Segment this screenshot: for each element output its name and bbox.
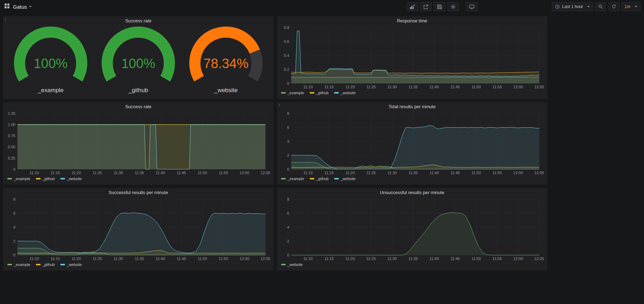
svg-text:12:05: 12:05 [261,171,270,175]
refresh-button[interactable] [608,2,620,11]
chart-unsuccessful-results[interactable]: 11:1011:1511:2011:2511:3011:3511:4011:45… [277,197,547,261]
legend-item[interactable]: _example [281,177,304,181]
chart-svg[interactable]: 11:1011:1511:2011:2511:3011:3511:4011:45… [279,25,545,90]
svg-text:11:40: 11:40 [156,171,165,175]
panel-title[interactable]: Successful results per minute [3,188,273,197]
svg-text:11:25: 11:25 [366,85,376,89]
share-button[interactable] [420,2,432,11]
svg-text:11:30: 11:30 [387,257,397,261]
svg-text:11:10: 11:10 [303,257,313,261]
tv-mode-button[interactable] [466,2,478,11]
gauge-label: _website [214,87,237,94]
svg-text:11:55: 11:55 [492,171,502,175]
svg-text:11:40: 11:40 [156,257,165,261]
refresh-interval-button[interactable]: 1m [621,2,641,11]
zoom-out-button[interactable] [595,2,606,11]
chart-success-rate[interactable]: 11:1011:1511:2011:2511:3011:3511:4011:45… [3,111,273,176]
svg-text:11:30: 11:30 [387,85,397,89]
legend-item[interactable]: _example [281,91,304,95]
add-panel-icon [410,4,415,9]
panel-response-time: Response time 11:1011:1511:2011:2511:301… [277,16,548,99]
refresh-icon [612,4,616,9]
legend-swatch [60,264,65,265]
navbar: Gatus Last 1 hour 1m [0,0,644,13]
svg-text:12:00: 12:00 [513,85,523,89]
gauge-value: 78.34% [204,56,249,71]
legend-item[interactable]: _example [7,177,30,181]
chart-response-time[interactable]: 11:1011:1511:2011:2511:3011:3511:4011:45… [277,25,547,90]
panel-title[interactable]: Success rate [3,102,273,111]
chart-total-results[interactable]: 11:1011:1511:2011:2511:3011:3511:4011:45… [277,111,547,176]
legend-item[interactable]: _github [310,177,329,181]
legend-swatch [60,178,65,179]
chart-svg[interactable]: 11:1011:1511:2011:2511:3011:3511:4011:45… [279,111,545,176]
legend-item[interactable]: _github [310,91,329,95]
svg-text:12:00: 12:00 [513,257,523,261]
save-icon [437,4,442,9]
legend-item[interactable]: _website [60,177,82,181]
legend-item[interactable]: _website [334,91,356,95]
svg-text:11:20: 11:20 [345,171,355,175]
svg-text:11:35: 11:35 [409,85,418,89]
legend-item[interactable]: _github [36,177,55,181]
svg-text:11:35: 11:35 [409,171,418,175]
info-icon[interactable]: i [5,17,6,21]
gauge-value: 100% [34,56,67,71]
info-icon[interactable]: i [279,103,280,107]
panel-title[interactable]: Success rate [3,16,273,25]
gauge: 100%_github [98,26,178,94]
chart-svg[interactable]: 11:1011:1511:2011:2511:3011:3511:4011:45… [6,197,271,261]
svg-text:11:15: 11:15 [324,85,334,89]
svg-text:11:55: 11:55 [219,257,228,261]
svg-text:11:30: 11:30 [114,171,123,175]
settings-button[interactable] [447,2,459,11]
dashboard-header: Gatus [4,3,32,10]
panel-success-rate-ts: Success rate 11:1011:1511:2011:2511:3011… [3,102,274,185]
caret-down-icon [587,6,590,7]
save-button[interactable] [434,2,445,11]
apps-grid-icon[interactable] [4,3,10,10]
zoom-out-icon [598,4,603,9]
time-range-button[interactable]: Last 1 hour [552,2,593,11]
svg-text:11:45: 11:45 [451,257,460,261]
legend-swatch [281,264,286,265]
svg-text:12:00: 12:00 [240,171,249,175]
dashboard-title[interactable]: Gatus [13,4,27,10]
chart-svg[interactable]: 11:1011:1511:2011:2511:3011:3511:4011:45… [6,111,271,176]
svg-text:11:10: 11:10 [30,257,39,261]
legend-item[interactable]: _website [60,262,82,267]
svg-text:11:45: 11:45 [177,257,186,261]
monitor-icon [469,4,475,9]
svg-text:11:55: 11:55 [492,257,502,261]
svg-text:11:15: 11:15 [51,171,60,175]
add-panel-button[interactable] [407,2,418,11]
svg-text:12:05: 12:05 [534,85,544,89]
svg-text:2: 2 [287,239,289,243]
legend-item[interactable]: _website [281,262,302,267]
svg-text:11:55: 11:55 [219,171,228,175]
legend-item[interactable]: _example [7,262,30,267]
svg-text:11:25: 11:25 [93,171,102,175]
chart-svg[interactable]: 11:1011:1511:2011:2511:3011:3511:4011:45… [279,197,545,261]
legend-label: _website [67,262,82,267]
panel-title[interactable]: Unsuccessful results per minute [277,188,547,197]
panel-title[interactable]: Response time [277,16,547,25]
svg-text:11:35: 11:35 [409,257,418,261]
panel-title[interactable]: Total results per minute [277,102,547,111]
svg-text:12:05: 12:05 [261,257,270,261]
svg-text:6: 6 [13,211,15,215]
svg-text:12:05: 12:05 [534,171,544,175]
chart-legend: _example_github_website [3,261,273,268]
svg-text:11:20: 11:20 [72,257,81,261]
caret-down-icon [29,6,32,7]
chart-successful-results[interactable]: 11:1011:1511:2011:2511:3011:3511:4011:45… [3,197,273,261]
legend-label: _example [287,91,304,95]
svg-text:0: 0 [287,167,289,171]
svg-text:11:50: 11:50 [471,257,481,261]
svg-text:4: 4 [287,139,289,143]
legend-item[interactable]: _github [36,262,55,267]
legend-item[interactable]: _website [334,177,356,181]
svg-text:11:30: 11:30 [387,171,397,175]
svg-text:8: 8 [287,197,289,201]
svg-text:0.2: 0.2 [284,67,289,72]
